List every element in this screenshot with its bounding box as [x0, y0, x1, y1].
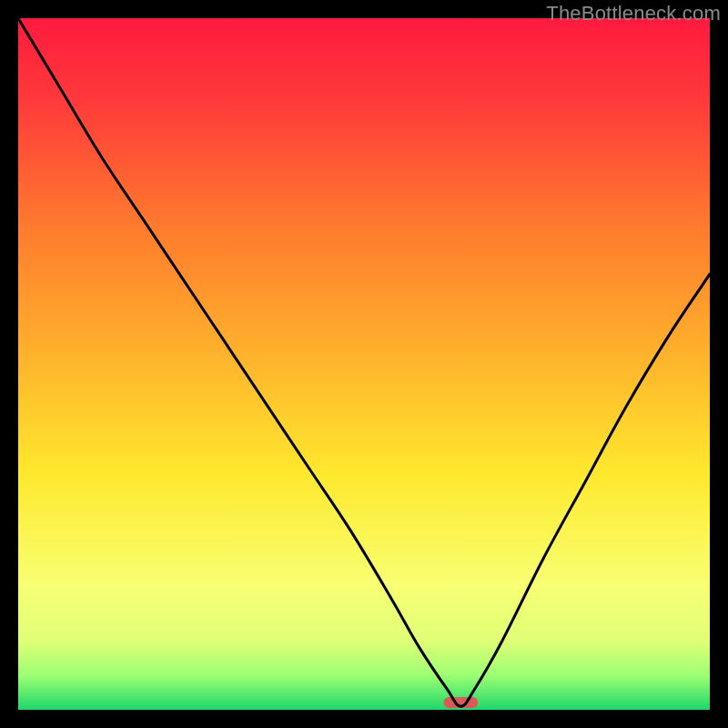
gradient-background: [18, 18, 710, 710]
chart-frame: TheBottleneck.com: [0, 0, 728, 728]
v-curve-chart: [18, 18, 710, 710]
watermark-text: TheBottleneck.com: [546, 2, 721, 25]
plot-area: [18, 18, 710, 710]
